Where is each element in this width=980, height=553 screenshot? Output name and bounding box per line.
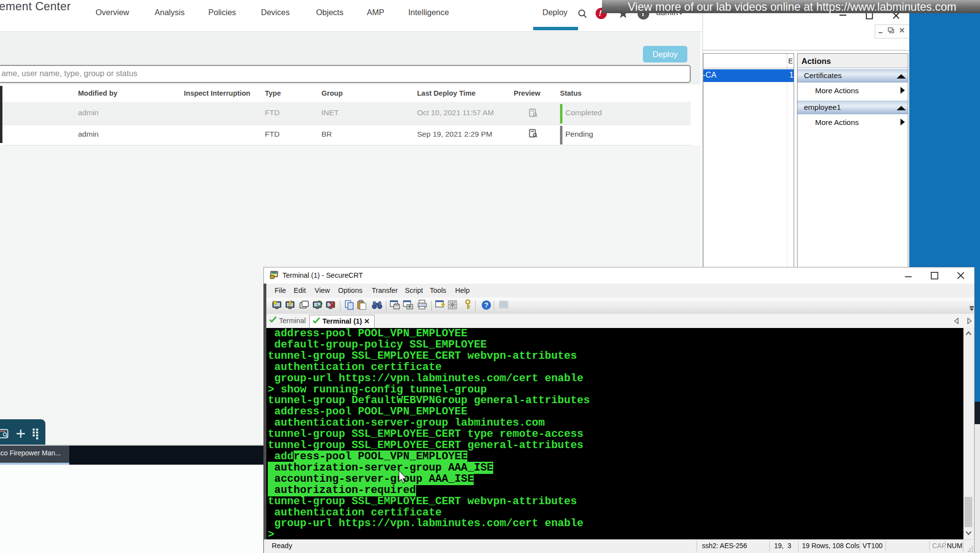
svg-text:?: ? bbox=[484, 301, 489, 309]
